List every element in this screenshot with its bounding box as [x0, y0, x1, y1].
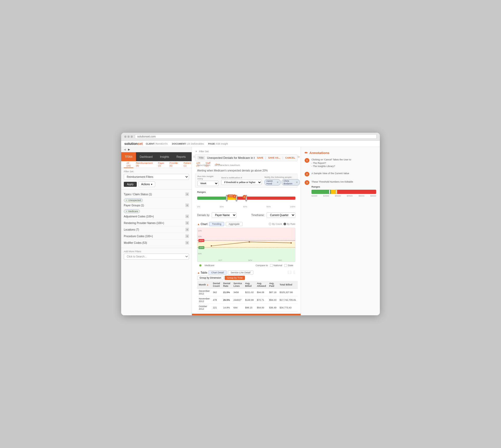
- filter-types-icon[interactable]: ⊞: [185, 192, 189, 196]
- table-row: October 2012 221 14.8% 644 $98.15 $54.00…: [197, 304, 298, 312]
- filter-procedure-icon[interactable]: ⊞: [185, 234, 189, 238]
- tabs-row: All (26) Reimbursement (8) Payer (2) Pro…: [121, 161, 192, 168]
- table-tab-chart-detail[interactable]: Chart Detail: [208, 270, 227, 275]
- notify-tag-aaron: Aaron Hood ✕: [264, 179, 281, 185]
- nav-forward-arrow[interactable]: ▶: [128, 148, 130, 151]
- apply-button[interactable]: Apply: [124, 182, 137, 187]
- filter-provider-icon[interactable]: ⊞: [185, 221, 189, 225]
- filter-payer-icon[interactable]: ⊞: [185, 203, 189, 207]
- cell-billed-oct: $98.15: [244, 304, 256, 312]
- cell-billed-dec: $221.02: [244, 289, 256, 296]
- annotation-3-bubble: 3: [243, 195, 246, 199]
- data-table: Month ▲ Denial Count Denial Rate Service…: [197, 281, 298, 312]
- cell-month-nov: November 2012: [197, 296, 211, 304]
- col-service-lines[interactable]: Service Lines: [232, 281, 244, 289]
- run-select[interactable]: Week: [197, 181, 219, 186]
- col-denial-count[interactable]: Denial Count: [211, 281, 222, 289]
- app-logo: solutionset: [124, 142, 143, 146]
- browser-bar: solutionset.com: [121, 133, 380, 141]
- filter-indicator-icon: ▼: [195, 150, 197, 153]
- tag-x-unexpected[interactable]: ✕: [126, 199, 127, 202]
- table-columns-icon[interactable]: ⋮⋮⋮: [287, 271, 295, 274]
- compare-state[interactable]: State: [284, 264, 293, 267]
- group-by-dimension-btn[interactable]: Group by Dimension: [197, 276, 224, 280]
- save-as-button[interactable]: SAVE AS...: [268, 156, 280, 159]
- filter-items: Types / Claim Status (1) ⊞ ✕Unexpected P…: [121, 189, 192, 248]
- annot-range-green: [311, 190, 331, 194]
- radio-by-rate[interactable]: By Rate: [283, 223, 295, 225]
- cancel-divider: |: [282, 156, 283, 159]
- chart-legend: Medicare Compare to National State: [197, 264, 295, 267]
- state-checkbox[interactable]: [284, 264, 287, 267]
- title-input[interactable]: [207, 156, 255, 159]
- denials-by-select[interactable]: Payer Name: [212, 212, 237, 218]
- description-placeholder: 50 characters maximum: [215, 164, 240, 166]
- col-total-billed[interactable]: Total Billed: [278, 281, 298, 289]
- tag-x-aaron[interactable]: ✕: [277, 181, 279, 184]
- tab-reimbursement[interactable]: Reimbursement (8): [133, 161, 155, 168]
- col-denial-rate[interactable]: Denial Rate: [222, 281, 232, 289]
- notify-select[interactable]: If threshold is yellow or higher: [221, 180, 262, 185]
- chart-svg: [205, 228, 295, 250]
- filter-locations-icon[interactable]: ⊞: [185, 228, 189, 231]
- legend-label-medicare: Medicare: [205, 264, 214, 267]
- cell-paid-oct: $36.49: [268, 304, 278, 312]
- annotations-title: ✏ Annotations: [305, 151, 376, 155]
- table-tab-service-line[interactable]: Service Line Detail: [228, 270, 253, 275]
- filter-item-types: Types / Claim Status (1) ⊞: [124, 191, 189, 198]
- compare-group: Compare to National State: [256, 264, 293, 267]
- center-content: ▼ Filter Set: Title SAVE | SAVE AS... | …: [192, 147, 301, 315]
- add-filter-label: Add More Filters: [124, 250, 189, 253]
- group-by-row: Group by Dimension Group by Time: [197, 276, 295, 280]
- denials-by-label: Denials by: [197, 214, 210, 217]
- annot-range-bar: [311, 190, 376, 194]
- cell-paid-nov: $56.03: [268, 296, 278, 304]
- sort-arrow-month: ▲: [207, 284, 209, 286]
- tag-x-chris[interactable]: ✕: [296, 181, 298, 184]
- legend-dot-medicare: [199, 264, 201, 266]
- timeframe-select[interactable]: Current Quarter: [267, 212, 295, 218]
- tag-x-medicare[interactable]: ✕: [126, 210, 127, 213]
- nav-titan[interactable]: TITAN: [121, 152, 136, 161]
- annot-ranges-label: Ranges: [311, 185, 376, 188]
- group-by-time-btn[interactable]: Group by Time: [225, 276, 245, 280]
- chart-tab-aggregate[interactable]: Aggregate: [226, 222, 243, 226]
- add-filter-section: Add More Filters Click to Search...: [121, 248, 192, 262]
- col-avg-paid[interactable]: Avg. Paid: [268, 281, 278, 289]
- radio-by-count[interactable]: By Count: [269, 223, 282, 225]
- insight-title-bar: Title SAVE | SAVE AS... | CANCEL: [195, 154, 297, 161]
- chart-tab-trending[interactable]: Trending: [209, 222, 224, 226]
- col-avg-allowed[interactable]: Avg. Allowed: [255, 281, 268, 289]
- tab-payer[interactable]: Payer (2): [155, 161, 167, 168]
- cancel-button[interactable]: CANCEL: [285, 156, 295, 159]
- tab-provider[interactable]: Provider (6): [167, 161, 181, 168]
- cell-allowed-nov: $72.71: [255, 296, 268, 304]
- nav-dashboard[interactable]: Dashboard: [136, 152, 156, 161]
- chart-view-toggle: By Count By Rate: [269, 223, 295, 225]
- filter-modifier-icon[interactable]: ⊞: [185, 241, 189, 245]
- annot-range-red: [337, 190, 376, 194]
- save-button[interactable]: SAVE: [257, 156, 263, 159]
- add-filter-select[interactable]: Click to Search...: [124, 254, 189, 260]
- table-row: December 2012 362 21.5% 3458 $221.02 $94…: [197, 289, 298, 296]
- national-checkbox[interactable]: [270, 264, 273, 267]
- notify-group: Aaron Hood ✕ Chris Bodanm ✕ 🔍: [264, 179, 301, 185]
- nav-back-arrow[interactable]: ◀: [124, 148, 126, 151]
- annot-range-labels: $3000 $4500 $5000 $5500 $6000 $8000: [311, 195, 376, 197]
- actions-button[interactable]: Actions ▾: [138, 182, 155, 187]
- table-section: ▲ Table Chart Detail Service Line Detail…: [195, 269, 297, 312]
- description-label: Description: [197, 164, 213, 166]
- tab-all[interactable]: All (26): [124, 161, 133, 168]
- cell-month-dec: December 2012: [197, 289, 211, 296]
- filter-set-select[interactable]: Reimbursement Filters: [124, 174, 189, 180]
- nav-reports[interactable]: Reports: [173, 152, 190, 161]
- col-month[interactable]: Month ▲: [197, 281, 211, 289]
- cell-allowed-oct: $54.00: [255, 304, 268, 312]
- compare-national[interactable]: National: [270, 264, 282, 267]
- ranges-section: Ranges 35% 2 3: [195, 189, 297, 209]
- cell-total-nov: $17,742,705.81: [278, 296, 298, 304]
- filter-adjustment-icon[interactable]: ⊞: [185, 215, 189, 218]
- nav-insights[interactable]: Insights: [156, 152, 173, 161]
- svg-point-2: [291, 242, 292, 244]
- col-avg-billed[interactable]: Avg. Billed: [244, 281, 256, 289]
